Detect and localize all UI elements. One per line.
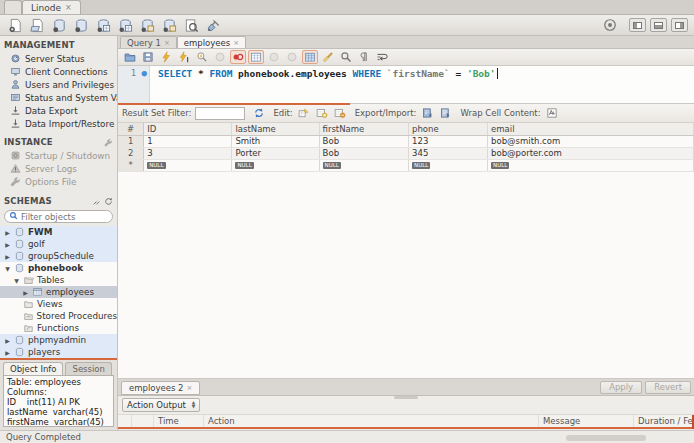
output-selector[interactable]: Action Output ▲▼ [122, 398, 200, 412]
new-query-tab-button[interactable] [6, 17, 24, 34]
open-script-button[interactable] [28, 17, 46, 34]
close-icon[interactable]: × [164, 39, 170, 47]
search-table-data-button[interactable] [182, 17, 200, 34]
toggle-autocommit-button[interactable] [302, 50, 318, 64]
query-tab-employees[interactable]: employees× [177, 36, 246, 48]
execute-current-button[interactable] [176, 50, 192, 64]
refresh-schemas-icon[interactable] [104, 197, 113, 206]
table-cell[interactable]: Smith [232, 135, 319, 147]
chevron-down-icon[interactable]: ▼ [13, 277, 20, 284]
row-add-icon[interactable] [315, 106, 330, 120]
save-script-button[interactable] [140, 50, 156, 64]
row-delete-icon[interactable] [333, 106, 348, 120]
sidebar-item-options-file[interactable]: Options File [0, 175, 117, 188]
schema-tree-item-views[interactable]: Views [0, 298, 117, 310]
schema-tree-item-phonebook[interactable]: ▼phonebook [0, 262, 117, 274]
wrench-icon[interactable] [104, 138, 113, 147]
table-cell[interactable]: 345 [409, 147, 488, 159]
output-column-icon[interactable] [118, 415, 132, 427]
schema-tree-item-employees[interactable]: ▶employees [0, 286, 117, 298]
table-cell[interactable]: NULL [409, 159, 488, 171]
edit-pencil-icon[interactable] [297, 106, 312, 120]
sidebar-item-server-status[interactable]: Server Status [0, 52, 117, 65]
apply-button[interactable]: Apply [600, 381, 642, 394]
wrap-text-button[interactable] [374, 50, 390, 64]
column-header-id[interactable]: ID [144, 123, 232, 135]
sql-code-line[interactable]: SELECT * FROM phonebook.employees WHERE … [150, 66, 694, 103]
sidebar-item-status-and-system-variables[interactable]: Status and System Variables [0, 91, 117, 104]
execute-button[interactable] [158, 50, 174, 64]
create-function-button[interactable] [138, 17, 156, 34]
chevron-right-icon[interactable]: ▶ [4, 349, 11, 356]
invisible-chars-button[interactable] [356, 50, 372, 64]
chevron-down-icon[interactable]: ▼ [4, 265, 11, 272]
table-cell[interactable]: Porter [232, 147, 319, 159]
sidebar-item-data-import-restore[interactable]: Data Import/Restore [0, 117, 117, 130]
table-row[interactable]: 23PorterBob345bob@porter.com [118, 147, 694, 159]
column-header-lastname[interactable]: lastName [232, 123, 319, 135]
revert-button[interactable]: Revert [645, 381, 691, 394]
schema-filter[interactable] [4, 210, 113, 223]
chevron-right-icon[interactable]: ▶ [4, 253, 11, 260]
horizontal-scrollbar[interactable] [566, 435, 646, 441]
create-view-button[interactable] [94, 17, 112, 34]
toggle-left-panel-button[interactable] [629, 18, 646, 32]
table-null-row[interactable]: *NULLNULLNULLNULLNULL [118, 159, 694, 171]
table-cell[interactable]: NULL [488, 159, 694, 171]
output-column-time[interactable]: Time [154, 415, 204, 427]
limit-rows-button[interactable] [248, 50, 264, 64]
schema-tree-item-golf[interactable]: ▶golf [0, 238, 117, 250]
table-cell[interactable]: NULL [144, 159, 232, 171]
table-cell[interactable]: 3 [144, 147, 232, 159]
table-cell[interactable]: 1 [144, 135, 232, 147]
column-header-num[interactable]: # [118, 123, 144, 135]
sidebar-item-server-logs[interactable]: Server Logs [0, 162, 117, 175]
table-cell[interactable]: Bob [319, 147, 408, 159]
table-cell[interactable]: NULL [232, 159, 319, 171]
schema-tree-item-phpmyadmin[interactable]: ▶phpmyadmin [0, 334, 117, 346]
table-cell[interactable]: bob@smith.com [488, 135, 694, 147]
schema-tree-item-stored-procedures[interactable]: Stored Procedures [0, 310, 117, 322]
result-filter-input[interactable] [195, 107, 245, 120]
expand-arrows-icon[interactable] [92, 197, 101, 206]
column-header-email[interactable]: email [488, 123, 694, 135]
create-table-button[interactable] [72, 17, 90, 34]
help-circle-icon[interactable] [603, 18, 617, 32]
object-info-tab-session[interactable]: Session [65, 362, 111, 375]
find-button[interactable] [338, 50, 354, 64]
splitter-handle[interactable] [394, 396, 418, 399]
table-cell[interactable]: bob@porter.com [488, 147, 694, 159]
explain-button[interactable] [194, 50, 210, 64]
chevron-right-icon[interactable]: ▶ [4, 241, 11, 248]
sidebar-item-users-and-privileges[interactable]: Users and Privileges [0, 78, 117, 91]
table-cell[interactable]: Bob [319, 135, 408, 147]
schema-tree-item-fwm[interactable]: ▶FWM [0, 226, 117, 238]
schema-tree-item-groupschedule[interactable]: ▶groupSchedule [0, 250, 117, 262]
close-icon[interactable]: × [187, 384, 193, 392]
toggle-stop-on-error-button[interactable] [230, 50, 246, 64]
beautify-button[interactable] [320, 50, 336, 64]
wrap-cell-icon[interactable] [545, 106, 560, 120]
refresh-icon[interactable] [251, 106, 266, 120]
home-tab[interactable] [4, 0, 22, 14]
object-info-tab-object-info[interactable]: Object Info [3, 362, 63, 375]
table-cell[interactable]: 123 [409, 135, 488, 147]
sidebar-item-data-export[interactable]: Data Export [0, 104, 117, 117]
sidebar-item-startup-shutdown[interactable]: Startup / Shutdown [0, 149, 117, 162]
chevron-right-icon[interactable]: ▶ [22, 289, 29, 296]
chevron-right-icon[interactable]: ▶ [4, 229, 11, 236]
output-column-message[interactable]: Message [539, 415, 634, 427]
schema-tree-item-functions[interactable]: Functions [0, 322, 117, 334]
query-tab-query-1[interactable]: Query 1× [120, 36, 177, 48]
open-script-button[interactable] [122, 50, 138, 64]
result-grid[interactable]: #IDlastNamefirstNamephoneemail11SmithBob… [118, 123, 694, 172]
sidebar-item-client-connections[interactable]: Client Connections [0, 65, 117, 78]
reconnect-dbms-button[interactable] [204, 17, 222, 34]
sql-editor[interactable]: 1 ● SELECT * FROM phonebook.employees WH… [118, 66, 694, 104]
table-row[interactable]: 11SmithBob123bob@smith.com [118, 135, 694, 147]
output-column-duration-fetch[interactable]: Duration / Fetch [634, 415, 694, 427]
import-file-icon[interactable] [438, 106, 453, 120]
close-icon[interactable]: × [65, 3, 72, 12]
connection-tab-linode[interactable]: Linode × [22, 0, 81, 14]
chevron-right-icon[interactable]: ▶ [4, 337, 11, 344]
